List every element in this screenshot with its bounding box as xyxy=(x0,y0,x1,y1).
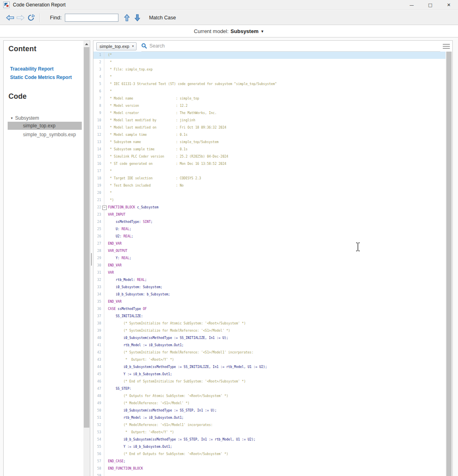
code-line: 41 rtb_Model := i0_Subsystem.Out1; xyxy=(93,342,446,349)
code-line: 45 Y := i0_b_Subsystem.Out1; xyxy=(93,371,446,378)
code-text: * Outport: '<Root>/Y' *) xyxy=(108,356,174,364)
sidebar-scrollbar-thumb[interactable] xyxy=(84,47,89,428)
code-text: (* SystemInitialize for Atomic SubSystem… xyxy=(108,320,246,327)
code-scrollbar-thumb[interactable] xyxy=(446,52,452,476)
match-case-toggle[interactable]: Match Case xyxy=(149,15,176,21)
fold-gutter xyxy=(104,306,108,313)
code-text: * Model sample time : 0.1s xyxy=(108,131,187,139)
code-text: i0_b_Subsystem: b_Subsystem; xyxy=(108,291,170,298)
forward-button[interactable] xyxy=(15,12,26,23)
fold-collapse-toggle[interactable] xyxy=(104,204,108,211)
line-number: 43 xyxy=(93,356,104,364)
sidebar-scrollbar[interactable] xyxy=(83,41,90,476)
code-text: * xyxy=(108,88,112,95)
sidebar-scroll-up-button[interactable] xyxy=(83,41,90,47)
line-number: 27 xyxy=(93,240,104,247)
app-icon xyxy=(3,2,10,8)
code-line: 21 *) xyxy=(93,197,446,204)
line-number: 8 xyxy=(93,102,104,110)
code-search-field[interactable]: Search xyxy=(141,41,440,52)
code-line: 53 * Outport: '<Root>/Y' *) xyxy=(93,429,446,436)
code-line: 55 Y := i0_b_Subsystem.Out1; xyxy=(93,443,446,451)
fold-gutter xyxy=(104,313,108,320)
code-line: 29 Y: REAL; xyxy=(93,255,446,262)
tree-group-subsystem[interactable]: ▾ Subsystem xyxy=(8,115,83,121)
fold-gutter xyxy=(104,233,108,240)
code-text: * Simulink PLC Coder version : 25.2 (R20… xyxy=(108,153,228,160)
line-number: 9 xyxy=(93,110,104,117)
code-text: VAR xyxy=(108,269,114,276)
tree-item-simple-top-exp[interactable]: simple_top.exp xyxy=(8,122,82,130)
code-line: 23VAR_INPUT xyxy=(93,211,446,218)
fold-gutter xyxy=(104,342,108,349)
fold-gutter xyxy=(104,371,108,378)
forward-arrow-icon xyxy=(17,15,25,21)
code-text: Y: REAL; xyxy=(108,255,131,262)
line-number: 14 xyxy=(93,146,104,153)
fold-gutter xyxy=(104,131,108,139)
file-dropdown[interactable]: simple_top.exp ▾ xyxy=(96,42,137,50)
code-heading: Code xyxy=(8,92,83,101)
traceability-report-link[interactable]: Traceability Report xyxy=(10,66,83,72)
fold-gutter xyxy=(104,189,108,197)
code-line: 54 i0_b_Subsystem(ssMethodType := SS_STE… xyxy=(93,436,446,443)
static-code-metrics-report-link[interactable]: Static Code Metrics Report xyxy=(10,75,83,80)
code-line: 28VAR_OUTPUT xyxy=(93,247,446,255)
line-number: 29 xyxy=(93,255,104,262)
code-line: 51 rtb_Model := i0_Subsystem.Out1; xyxy=(93,414,446,422)
tree-group-label: Subsystem xyxy=(15,115,39,121)
line-number: 3 xyxy=(93,66,104,73)
code-text: CASE ssMethodType OF xyxy=(108,306,147,313)
code-line: 57END_CASE; xyxy=(93,458,446,465)
code-scrollbar[interactable] xyxy=(446,52,452,476)
model-dropdown-caret-icon[interactable]: ▼ xyxy=(261,29,264,33)
fold-gutter xyxy=(104,182,108,189)
code-text: rtb_Model: REAL; xyxy=(108,276,147,284)
code-text: * Model version : 12.2 xyxy=(108,102,187,110)
minimize-button[interactable]: — xyxy=(402,0,421,10)
fold-gutter xyxy=(104,211,108,218)
panel-splitter-handle[interactable] xyxy=(91,253,92,266)
code-line: 13 * Subsystem name : simple_top/Subsyst… xyxy=(93,139,446,146)
fold-gutter xyxy=(104,160,108,168)
close-button[interactable]: ✕ xyxy=(439,0,458,10)
line-number: 7 xyxy=(93,95,104,102)
line-number: 36 xyxy=(93,306,104,313)
code-text: Y := i0_b_Subsystem.Out1; xyxy=(108,443,172,451)
code-line: 44 i0_b_Subsystem(ssMethodType := SS_INI… xyxy=(93,364,446,371)
current-model-value[interactable]: Subsystem xyxy=(230,28,258,34)
code-line: 19 * Test Bench included : No xyxy=(93,182,446,189)
code-line: 22FUNCTION_BLOCK c_Subsystem xyxy=(93,204,446,211)
current-model-bar: Current model: Subsystem ▼ xyxy=(0,25,458,37)
tree-item-simple-top-symbols-exp[interactable]: simple_top_symbols.exp xyxy=(8,131,83,139)
line-number: 32 xyxy=(93,276,104,284)
find-previous-button[interactable] xyxy=(122,12,132,23)
code-text: (* End of SystemInitialize for SubSystem… xyxy=(108,378,246,385)
maximize-button[interactable]: □ xyxy=(421,0,439,10)
hamburger-menu-button[interactable] xyxy=(440,41,452,52)
find-input[interactable] xyxy=(65,14,118,22)
code-line: 46 (* End of SystemInitialize for SubSys… xyxy=(93,378,446,385)
code-text: * Test Bench included : No xyxy=(108,182,184,189)
search-placeholder: Search xyxy=(149,43,165,49)
code-line: 39 (* SystemInitialize for ModelReferenc… xyxy=(93,327,446,335)
line-number: 41 xyxy=(93,342,104,349)
code-text: U: REAL; xyxy=(108,226,131,233)
find-next-button[interactable] xyxy=(132,12,143,23)
back-button[interactable] xyxy=(5,12,15,23)
code-line: 35END_VAR xyxy=(93,298,446,306)
fold-gutter xyxy=(104,385,108,393)
code-line: 47 SS_STEP: xyxy=(93,385,446,393)
fold-gutter xyxy=(104,320,108,327)
fold-gutter xyxy=(104,414,108,422)
line-number: 51 xyxy=(93,414,104,422)
fold-gutter xyxy=(104,393,108,400)
refresh-button[interactable] xyxy=(26,12,36,23)
line-number: 10 xyxy=(93,117,104,124)
code-file-tree: ▾ Subsystem simple_top.exp simple_top_sy… xyxy=(8,115,83,139)
title-bar: Code Generation Report — □ ✕ xyxy=(0,0,458,10)
code-line: 7 * Model name : simple_top xyxy=(93,95,446,102)
fold-gutter xyxy=(104,400,108,407)
fold-gutter xyxy=(104,247,108,255)
scroll-up-arrow-icon xyxy=(85,43,88,45)
